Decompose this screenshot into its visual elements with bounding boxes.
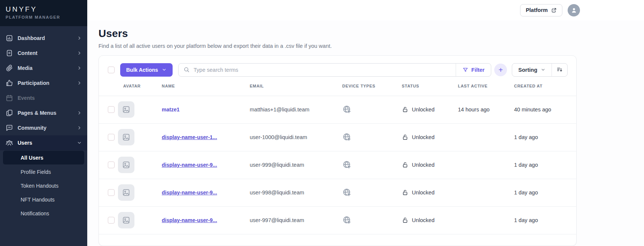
user-name-link[interactable]: display-name-user-9... <box>162 162 217 168</box>
user-avatar[interactable] <box>568 4 580 16</box>
column-header-device-types: Device Types <box>342 84 402 88</box>
sidebar-subitem-label: Token Handouts <box>21 183 58 189</box>
image-icon <box>122 161 130 169</box>
bulk-actions-button[interactable]: Bulk Actions <box>120 63 173 77</box>
user-name-link[interactable]: display-name-user-1... <box>162 134 217 140</box>
sidebar-item-label: Content <box>18 50 77 56</box>
user-name-link[interactable]: display-name-user-9... <box>162 217 217 223</box>
platform-button[interactable]: Platform <box>520 4 562 16</box>
funnel-icon <box>462 67 468 73</box>
chevron-right-icon <box>77 110 82 116</box>
avatar-placeholder <box>118 101 134 118</box>
table-row: display-name-user-9... user-997@liquidi.… <box>99 207 576 234</box>
topbar: Platform <box>87 0 644 21</box>
status-cell: Unlocked <box>402 134 458 141</box>
last-active-text: 14 hours ago <box>458 107 514 113</box>
sidebar: UNYFY PLATFORM MANAGER Dashboard Content… <box>0 0 87 246</box>
status-text: Unlocked <box>412 107 434 113</box>
chevron-down-icon <box>77 140 82 145</box>
web-device-icon <box>342 188 352 197</box>
bulk-actions-label: Bulk Actions <box>126 67 158 73</box>
status-cell: Unlocked <box>402 189 458 196</box>
sidebar-item-participation[interactable]: Participation <box>0 76 87 90</box>
sidebar-subitem-label: Notifications <box>21 210 49 216</box>
lock-open-icon <box>402 106 408 113</box>
created-at-text: 1 day ago <box>514 134 567 140</box>
external-link-icon <box>551 7 557 13</box>
sorting-group: Sorting <box>512 63 568 77</box>
user-email: matthias+1@liquidi.team <box>250 107 342 113</box>
thumbs-up-icon <box>6 79 13 87</box>
document-icon <box>6 49 13 57</box>
search-input[interactable] <box>194 67 456 73</box>
sidebar-item-dashboard[interactable]: Dashboard <box>0 31 87 46</box>
paperclip-icon <box>6 64 13 72</box>
sorting-label: Sorting <box>518 67 537 73</box>
sidebar-subitem-nft-handouts[interactable]: NFT Handouts <box>3 193 84 206</box>
column-header-name: Name <box>162 84 250 88</box>
table-row: display-name-user-1... user-1000@liquidi… <box>99 124 576 151</box>
table-row: display-name-user-9... user-999@liquidi.… <box>99 151 576 179</box>
sidebar-item-label: Community <box>18 125 77 131</box>
sidebar-item-pages-menus[interactable]: Pages & Menus <box>0 105 87 120</box>
row-checkbox[interactable] <box>108 217 115 224</box>
user-email: user-998@liquidi.team <box>250 190 342 196</box>
image-icon <box>122 133 130 141</box>
users-table-card: Bulk Actions Filter + <box>98 55 577 246</box>
chevron-right-icon <box>77 36 82 41</box>
status-cell: Unlocked <box>402 106 458 113</box>
sidebar-subitem-token-handouts[interactable]: Token Handouts <box>3 179 84 193</box>
sidebar-item-media[interactable]: Media <box>0 61 87 76</box>
add-button[interactable]: + <box>494 64 507 76</box>
user-email: user-1000@liquidi.team <box>250 134 342 140</box>
filter-button[interactable]: Filter <box>456 64 491 76</box>
sidebar-subitem-profile-fields[interactable]: Profile Fields <box>3 165 84 179</box>
created-at-text: 1 day ago <box>514 162 567 168</box>
chevron-down-icon <box>162 67 167 72</box>
web-device-icon <box>342 215 352 225</box>
sort-direction-button[interactable] <box>552 64 567 76</box>
chat-bubble-icon <box>6 124 13 132</box>
user-email: user-999@liquidi.team <box>250 162 342 168</box>
sidebar-subitem-all-users[interactable]: All Users <box>3 151 84 164</box>
web-device-icon <box>342 132 352 142</box>
row-checkbox[interactable] <box>108 106 115 113</box>
status-text: Unlocked <box>412 162 434 168</box>
avatar-placeholder <box>118 212 134 228</box>
chevron-right-icon <box>77 65 82 71</box>
page-subtitle: Find a list of all active users on your … <box>98 43 644 49</box>
sidebar-item-label: Events <box>18 95 82 101</box>
column-header-avatar: Avatar <box>118 84 162 88</box>
person-icon <box>570 6 578 14</box>
sidebar-item-content[interactable]: Content <box>0 46 87 61</box>
created-at-text: 1 day ago <box>514 190 567 196</box>
table-row: display-name-user-9... user-998@liquidi.… <box>99 179 576 207</box>
brand-subtitle: PLATFORM MANAGER <box>6 15 87 19</box>
sidebar-item-events[interactable]: Events <box>0 90 87 105</box>
avatar-placeholder <box>118 157 134 173</box>
user-name-link[interactable]: display-name-user-9... <box>162 190 217 196</box>
row-checkbox[interactable] <box>108 189 115 196</box>
sidebar-subitem-notifications[interactable]: Notifications <box>3 206 84 220</box>
user-name-link[interactable]: matze1 <box>162 107 179 113</box>
row-checkbox[interactable] <box>108 134 115 141</box>
sidebar-item-users[interactable]: Users <box>0 135 87 150</box>
sidebar-item-label: Pages & Menus <box>18 110 77 116</box>
status-text: Unlocked <box>412 190 434 196</box>
sorting-dropdown[interactable]: Sorting <box>512 64 552 76</box>
avatar-placeholder <box>118 129 134 145</box>
chevron-right-icon <box>77 80 82 86</box>
sidebar-subitem-label: NFT Handouts <box>21 197 55 203</box>
row-checkbox[interactable] <box>108 162 115 168</box>
sidebar-item-community[interactable]: Community <box>0 120 87 135</box>
column-header-status: Status <box>402 84 458 88</box>
chevron-down-icon <box>541 67 546 72</box>
select-all-checkbox[interactable] <box>108 67 115 73</box>
status-text: Unlocked <box>412 134 434 140</box>
pages-icon <box>6 109 13 117</box>
image-icon <box>122 105 130 114</box>
table-body: matze1 matthias+1@liquidi.team Unlocked … <box>99 96 576 234</box>
sidebar-item-label: Dashboard <box>18 35 77 41</box>
lock-open-icon <box>402 162 408 168</box>
brand: UNYFY PLATFORM MANAGER <box>0 0 87 26</box>
